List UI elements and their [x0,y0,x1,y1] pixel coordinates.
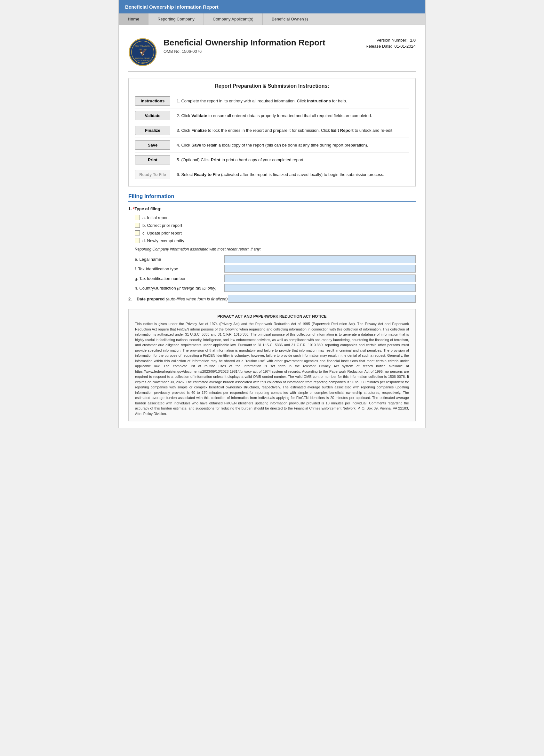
type-of-filing-group: 1. *Type of filing: a. Initial report b.… [128,206,416,303]
validate-button[interactable]: Validate [135,111,170,120]
date-number-label: 2. [128,297,135,301]
field-country-row: h. Country/Jurisdiction (if foreign tax … [128,284,416,292]
option-c-row: c. Update prior report [135,229,416,237]
field-tax-id-number-row: g. Tax Identification number [128,275,416,282]
instructions-section: Report Preparation & Submission Instruct… [128,78,416,187]
print-button[interactable]: Print [135,155,170,164]
nav-beneficial-owners[interactable]: Beneficial Owner(s) [263,13,317,25]
privacy-notice-section: PRIVACY ACT AND PAPERWORK REDUCTION ACT … [128,309,416,421]
instruction-row-6: Ready To File 6. Select Ready to File (a… [135,167,409,182]
nav-home[interactable]: Home [119,13,148,25]
save-button[interactable]: Save [135,140,170,150]
checkbox-update-prior[interactable] [135,230,140,235]
field-tax-id-number-label: g. Tax Identification number [135,276,224,281]
report-title-info: Beneficial Ownership Information Report … [164,38,359,54]
version-release-info: Version Number: 1.0 Release Date: 01-01-… [359,38,416,49]
nav-reporting-company[interactable]: Reporting Company [148,13,204,25]
field-legal-name-row: e. Legal name [128,255,416,263]
option-d-row: d. Newly exempt entity [135,237,416,244]
type-of-filing-label: 1. *Type of filing: [128,206,416,211]
privacy-text: This notice is given under the Privacy A… [135,321,409,416]
checkbox-correct-prior[interactable] [135,223,140,228]
svg-text:🦅: 🦅 [139,49,147,56]
release-date: Release Date: 01-01-2024 [365,44,416,49]
instruction-row-5: Print 5. (Optional) Click Print to print… [135,153,409,167]
top-header-bar: Beneficial Ownership Information Report [119,0,425,13]
privacy-title: PRIVACY ACT AND PAPERWORK REDUCTION ACT … [135,314,409,319]
instruction-row-3: Finalize 3. Click Finalize to lock the e… [135,123,409,138]
option-d-label: d. Newly exempt entity [142,238,184,243]
treasury-logo: U.S. TREASURY DEPT. OF 🦅 FINANCIAL CRIME… [128,38,157,67]
nav-company-applicants[interactable]: Company Applicant(s) [204,13,263,25]
instruction-text-1: 1. Complete the report in its entirety w… [177,98,409,104]
instruction-text-3: 3. Click Finalize to lock the entries in… [177,127,409,134]
report-main-title: Beneficial Ownership Information Report [164,38,359,48]
main-content: U.S. TREASURY DEPT. OF 🦅 FINANCIAL CRIME… [119,25,425,428]
option-c-label: c. Update prior report [142,231,182,235]
date-prepared-row: 2. Date prepared (auto-filled when form … [128,295,416,303]
filing-information-section: Filing Information 1. *Type of filing: a… [128,193,416,303]
title-section: U.S. TREASURY DEPT. OF 🦅 FINANCIAL CRIME… [128,31,416,72]
field-legal-name-label: e. Legal name [135,257,224,262]
svg-text:NETWORK: NETWORK [139,62,147,64]
instruction-row-2: Validate 2. Click Validate to ensure all… [135,108,409,123]
release-date-value: 01-01-2024 [395,44,416,49]
instruction-text-2: 2. Click Validate to ensure all entered … [177,113,409,119]
option-a-row: a. Initial report [135,214,416,221]
instruction-row-1: Instructions 1. Complete the report in i… [135,94,409,108]
field-tax-id-type-row: f. Tax Identification type [128,265,416,273]
instruction-row-4: Save 4. Click Save to retain a local cop… [135,138,409,153]
date-prepared-input[interactable] [228,295,416,303]
option-b-row: b. Correct prior report [135,221,416,229]
svg-text:ENFORCEMENT: ENFORCEMENT [137,60,149,61]
version-number: Version Number: 1.0 [376,38,416,43]
field-country-input[interactable] [224,284,416,292]
option-b-label: b. Correct prior report [142,223,182,228]
version-value: 1.0 [410,38,416,43]
instruction-text-4: 4. Click Save to retain a local copy of … [177,142,409,148]
checkbox-initial-report[interactable] [135,215,140,220]
italic-note: Reporting Company information associated… [135,247,416,251]
field-tax-id-number-input[interactable] [224,275,416,282]
svg-text:FINANCIAL CRIMES: FINANCIAL CRIMES [135,57,150,59]
field-legal-name-input[interactable] [224,255,416,263]
instruction-text-6: 6. Select Ready to File (activated after… [177,171,409,178]
instructions-heading: Report Preparation & Submission Instruct… [135,83,409,89]
field-tax-id-type-input[interactable] [224,265,416,273]
omb-number: OMB No. 1506-0076 [164,49,359,54]
instructions-button[interactable]: Instructions [135,96,170,106]
date-prepared-label: Date prepared (auto-filled when form is … [137,297,228,301]
field-tax-id-type-label: f. Tax Identification type [135,267,224,271]
option-a-label: a. Initial report [142,215,169,220]
ready-to-file-button[interactable]: Ready To File [135,170,170,179]
checkbox-newly-exempt[interactable] [135,238,140,243]
header-title: Beneficial Ownership Information Report [125,4,219,10]
svg-text:U.S. TREASURY: U.S. TREASURY [135,45,150,47]
instruction-text-5: 5. (Optional) Click Print to print a har… [177,157,409,163]
finalize-button[interactable]: Finalize [135,126,170,135]
field-country-label: h. Country/Jurisdiction (if foreign tax … [135,286,224,290]
filing-section-title: Filing Information [128,193,416,202]
navigation-bar: Home Reporting Company Company Applicant… [119,13,425,25]
